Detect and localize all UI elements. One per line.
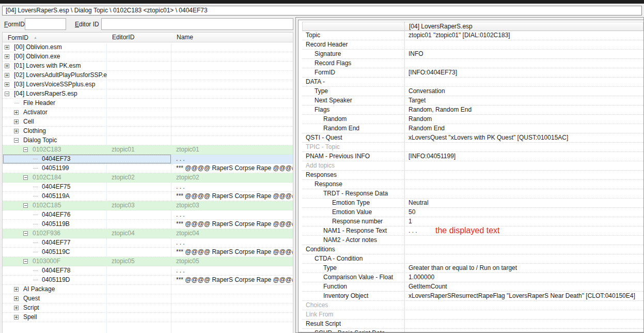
expand-icon[interactable]: + <box>14 315 19 320</box>
field-value[interactable] <box>404 245 643 254</box>
expand-icon[interactable]: + <box>14 129 19 133</box>
tree-row[interactable]: File Header <box>3 99 293 108</box>
field-value[interactable] <box>404 310 643 320</box>
field-value[interactable]: Random End <box>404 124 643 133</box>
expand-icon[interactable]: + <box>14 119 19 124</box>
field-value[interactable]: GetItemCount <box>404 282 643 292</box>
detail-row[interactable]: Next SpeakerTarget <box>302 96 643 105</box>
expand-icon[interactable]: + <box>5 73 9 78</box>
detail-row[interactable]: SignatureINFO <box>302 50 643 59</box>
detail-row[interactable]: CTDA - Condition <box>302 254 643 264</box>
detail-row[interactable]: Link From <box>302 310 643 320</box>
detail-row[interactable]: Result Script <box>302 320 643 329</box>
expand-icon[interactable]: + <box>5 82 9 87</box>
record-grid-header[interactable]: [04] LoversRaperS.esp <box>302 22 643 31</box>
tree-row[interactable]: [01] Lovers with PK.esm+ <box>3 62 293 71</box>
tree-row[interactable]: 0405119B*** @@@@ RaperS Corpse Rape @@@@ <box>3 220 293 229</box>
tree-row[interactable]: Activator+ <box>3 108 293 117</box>
tree-row[interactable]: 0404EF76. . . <box>3 210 293 220</box>
tree-row[interactable]: Script+ <box>3 304 293 313</box>
collapse-icon[interactable]: − <box>23 147 28 152</box>
field-value[interactable]: 1.000000 <box>404 273 643 282</box>
tree-column-header-name[interactable]: Name <box>171 33 293 42</box>
collapse-icon[interactable]: − <box>23 175 28 180</box>
field-value[interactable]: Random <box>404 115 643 124</box>
field-value[interactable] <box>404 143 643 152</box>
formid-filter-input[interactable] <box>25 18 66 30</box>
tree-row[interactable]: [04] LoversRaperS.esp− <box>3 89 293 99</box>
field-value[interactable] <box>404 236 643 245</box>
detail-row[interactable]: TRDT - Response Data <box>302 189 643 199</box>
field-value[interactable] <box>404 59 643 68</box>
detail-row[interactable]: Choices <box>302 301 643 310</box>
collapse-icon[interactable]: − <box>14 138 19 143</box>
detail-row[interactable]: Record Flags <box>302 59 643 68</box>
field-value[interactable] <box>404 180 643 189</box>
tree-row[interactable]: 0102C183ztopic01ztopic01− <box>3 145 293 155</box>
field-value[interactable]: xLoversQuest "xLovers with PK Quest" [QU… <box>404 133 643 143</box>
editorid-filter-input[interactable] <box>101 18 293 30</box>
tree-row[interactable]: 0405119A*** @@@@ RaperS Corpse Rape @@@@ <box>3 192 293 201</box>
detail-row[interactable]: TypeGreater than or equal to / Run on ta… <box>302 264 643 273</box>
tree-row[interactable]: Cell+ <box>3 117 293 127</box>
detail-row[interactable]: Record Header <box>302 40 643 50</box>
detail-row[interactable]: Conditions <box>302 245 643 254</box>
field-value[interactable]: Target <box>404 96 643 105</box>
field-value[interactable] <box>404 320 643 329</box>
field-value[interactable]: 1 <box>404 217 643 226</box>
collapse-icon[interactable]: − <box>23 231 28 236</box>
detail-row[interactable]: Response number1 <box>302 217 643 226</box>
detail-row[interactable]: TypeConversation <box>302 87 643 96</box>
tree-row[interactable]: 0404EF78. . . <box>3 266 293 276</box>
field-value[interactable]: 50 <box>404 208 643 217</box>
expand-icon[interactable]: + <box>14 296 19 301</box>
field-value[interactable] <box>404 189 643 199</box>
field-value[interactable]: [INFO:04051199] <box>404 152 643 161</box>
detail-row[interactable]: PNAM - Previous INFO[INFO:04051199] <box>302 152 643 161</box>
field-value[interactable]: Neutral <box>404 199 643 208</box>
tree-column-header-editorid[interactable]: EditorID <box>107 33 171 42</box>
detail-row[interactable]: Emotion Value50 <box>302 208 643 217</box>
tree-row[interactable]: 0102C184ztopic02ztopic02− <box>3 173 293 183</box>
field-value[interactable] <box>404 301 643 310</box>
detail-row[interactable]: Random EndRandom End <box>302 124 643 133</box>
expand-icon[interactable]: + <box>5 45 9 50</box>
field-value[interactable] <box>404 171 643 180</box>
detail-row[interactable]: FunctionGetItemCount <box>302 282 643 292</box>
field-value[interactable]: Conversation <box>404 87 643 96</box>
tree-row[interactable]: 04051199*** @@@@ RaperS Corpse Rape @@@@ <box>3 164 293 173</box>
field-value[interactable] <box>404 161 643 171</box>
field-value[interactable] <box>404 40 643 50</box>
detail-row[interactable]: FormID[INFO:0404EF73] <box>302 68 643 78</box>
collapse-icon[interactable]: − <box>23 203 28 208</box>
detail-row[interactable]: Add topics <box>302 161 643 171</box>
field-value[interactable]: Random, Random End <box>404 105 643 115</box>
field-value[interactable]: xLoversRaperSResurrectRapeFlag "LoversRa… <box>404 292 643 301</box>
tree-row[interactable]: 0102F936ztopic04ztopic04− <box>3 229 293 238</box>
field-value[interactable]: INFO <box>404 50 643 59</box>
tree-row[interactable]: 0405119D*** @@@@ RaperS Corpse Rape @@@@ <box>3 276 293 285</box>
tree-row[interactable]: Dialog Topic− <box>3 136 293 145</box>
field-value[interactable]: ztopic01 "ztopic01" [DIAL:0102C183] <box>404 31 643 40</box>
tree-row[interactable]: [03] LoversVoiceSSPplus.esp+ <box>3 80 293 89</box>
detail-row[interactable]: Response <box>302 180 643 189</box>
detail-row[interactable]: Topicztopic01 "ztopic01" [DIAL:0102C183] <box>302 31 643 40</box>
field-value[interactable] <box>404 254 643 264</box>
tree-row[interactable]: AI Package+ <box>3 285 293 294</box>
collapse-icon[interactable]: − <box>23 259 28 264</box>
field-value[interactable]: Greater than or equal to / Run on target <box>404 264 643 273</box>
tree-row[interactable]: 0405119C*** @@@@ RaperS Corpse Rape @@@@ <box>3 248 293 257</box>
field-value[interactable] <box>404 78 643 87</box>
detail-row[interactable]: RandomRandom <box>302 115 643 124</box>
detail-row[interactable]: Responses <box>302 171 643 180</box>
detail-row[interactable]: DATA - <box>302 78 643 87</box>
tree-row[interactable]: 0103000Fztopic05ztopic05− <box>3 257 293 266</box>
field-value[interactable] <box>404 329 643 332</box>
tree-row[interactable]: 0404EF75. . . <box>3 183 293 192</box>
tree-row[interactable]: Spell+ <box>3 313 293 322</box>
detail-row[interactable]: Emotion TypeNeutral <box>302 199 643 208</box>
detail-row[interactable]: Inventory ObjectxLoversRaperSResurrectRa… <box>302 292 643 301</box>
expand-icon[interactable]: + <box>5 64 9 68</box>
detail-row[interactable]: FlagsRandom, Random End <box>302 105 643 115</box>
expand-icon[interactable]: + <box>5 54 9 59</box>
